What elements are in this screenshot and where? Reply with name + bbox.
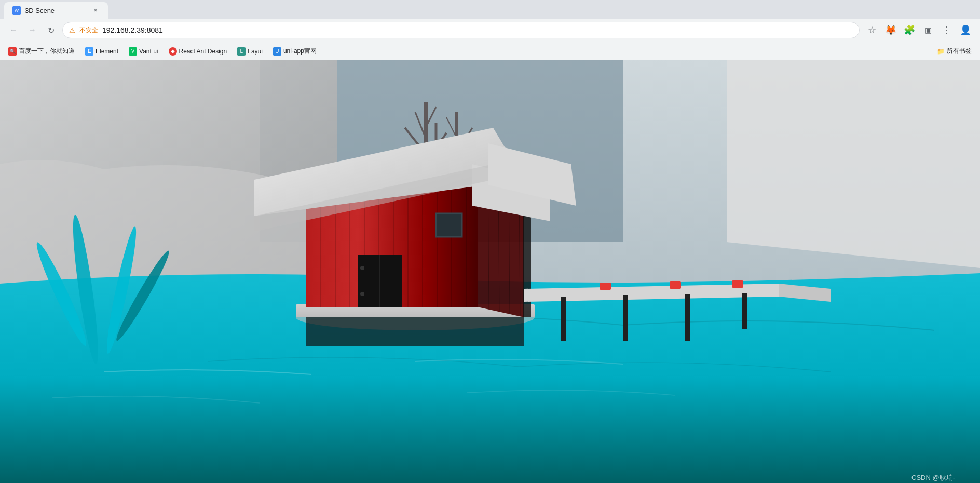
bookmark-layui[interactable]: L Layui: [233, 45, 267, 58]
bookmark-uniapp[interactable]: U uni-app官网: [269, 45, 321, 58]
extensions-button[interactable]: 🧩: [901, 22, 918, 38]
watermark-text: CSDN @耿瑞-: [911, 474, 955, 481]
svg-rect-49: [561, 297, 566, 341]
element-favicon: E: [85, 47, 93, 56]
bookmark-element-label: Element: [96, 48, 118, 55]
forward-button[interactable]: →: [25, 23, 39, 37]
address-bar[interactable]: ⚠ 不安全 192.168.2.39:8081: [62, 22, 860, 38]
svg-rect-42: [436, 213, 462, 237]
active-tab[interactable]: W 3D Scene ×: [4, 2, 108, 19]
3d-scene: CSDN @耿瑞-: [0, 60, 980, 483]
bookmark-react-ant[interactable]: ◆ React Ant Design: [165, 45, 232, 58]
profile-button[interactable]: 👤: [957, 22, 974, 38]
security-warning-icon: ⚠: [69, 26, 75, 34]
uniapp-favicon: U: [273, 47, 281, 56]
browser-chrome: W 3D Scene × ← → ↻ ⚠ 不安全 192.168.2.39:80…: [0, 0, 980, 60]
bookmark-baidu-label: 百度一下，你就知道: [19, 47, 75, 56]
nav-right-icons: ☆ 🦊 🧩 ▣ ⋮ 👤: [864, 22, 974, 38]
svg-rect-20: [306, 317, 524, 346]
baidu-favicon: 🔍: [8, 47, 17, 56]
tab-bar: W 3D Scene ×: [0, 0, 980, 19]
tablet-mode-button[interactable]: ▣: [920, 22, 936, 38]
bookmark-react-ant-label: React Ant Design: [179, 48, 227, 55]
all-bookmarks-label: 所有书签: [947, 47, 972, 56]
bookmark-vant[interactable]: V Vant ui: [125, 45, 162, 58]
reload-button[interactable]: ↻: [44, 23, 58, 37]
vant-favicon: V: [129, 47, 137, 56]
star-button[interactable]: ☆: [864, 22, 880, 38]
all-bookmarks-button[interactable]: 📁 所有书签: [933, 45, 976, 58]
bookmark-vant-label: Vant ui: [139, 48, 158, 55]
svg-rect-51: [685, 294, 690, 341]
bookmark-layui-label: Layui: [248, 48, 263, 55]
bookmark-uniapp-label: uni-app官网: [283, 47, 317, 56]
navigation-bar: ← → ↻ ⚠ 不安全 192.168.2.39:8081 ☆ 🦊 🧩 ▣ ⋮ …: [0, 19, 980, 42]
svg-rect-55: [732, 280, 743, 288]
tab-close-button[interactable]: ×: [91, 6, 100, 15]
main-content: CSDN @耿瑞-: [0, 60, 980, 483]
layui-favicon: L: [237, 47, 246, 56]
bookmark-baidu[interactable]: 🔍 百度一下，你就知道: [4, 45, 79, 58]
svg-rect-54: [670, 281, 681, 289]
svg-rect-50: [623, 295, 628, 341]
bookmarks-bar: 🔍 百度一下，你就知道 E Element V Vant ui ◆ React …: [0, 42, 980, 60]
react-ant-favicon: ◆: [169, 47, 177, 56]
bookmark-element[interactable]: E Element: [81, 45, 122, 58]
svg-point-40: [360, 266, 364, 270]
svg-rect-53: [600, 283, 611, 290]
svg-rect-52: [742, 293, 747, 329]
tab-title: 3D Scene: [25, 7, 55, 15]
security-label: 不安全: [79, 26, 98, 35]
browser-menu-button[interactable]: ⋮: [938, 22, 955, 38]
bookmarks-right-area: 📁 所有书签: [933, 45, 976, 58]
address-text: 192.168.2.39:8081: [102, 26, 163, 34]
svg-point-41: [360, 292, 364, 296]
folder-icon: 📁: [937, 48, 945, 55]
back-button[interactable]: ←: [6, 23, 21, 37]
fox-extension-button[interactable]: 🦊: [882, 22, 899, 38]
tab-favicon: W: [12, 6, 21, 15]
